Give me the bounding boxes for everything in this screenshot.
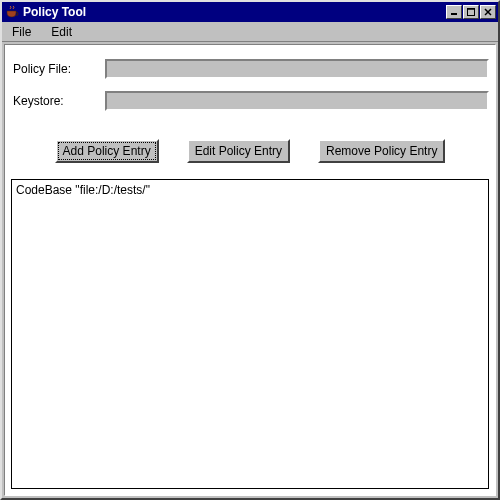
add-policy-entry-button[interactable]: Add Policy Entry: [55, 139, 159, 163]
button-row: Add Policy Entry Edit Policy Entry Remov…: [11, 139, 489, 163]
window-controls: [446, 5, 496, 19]
menu-edit[interactable]: Edit: [45, 23, 78, 41]
close-button[interactable]: [480, 5, 496, 19]
keystore-row: Keystore:: [11, 91, 489, 111]
menubar: File Edit: [2, 22, 498, 42]
keystore-input[interactable]: [105, 91, 489, 111]
policy-file-row: Policy File:: [11, 59, 489, 79]
titlebar: Policy Tool: [2, 2, 498, 22]
minimize-button[interactable]: [446, 5, 462, 19]
policy-tool-window: Policy Tool File Edit Policy File: Keyst…: [0, 0, 500, 500]
remove-policy-entry-button[interactable]: Remove Policy Entry: [318, 139, 445, 163]
keystore-label: Keystore:: [11, 94, 101, 108]
window-title: Policy Tool: [23, 5, 446, 19]
content-area: Policy File: Keystore: Add Policy Entry …: [4, 44, 496, 496]
maximize-button[interactable]: [463, 5, 479, 19]
policy-file-label: Policy File:: [11, 62, 101, 76]
java-cup-icon: [4, 4, 20, 20]
policy-file-input[interactable]: [105, 59, 489, 79]
menu-file[interactable]: File: [6, 23, 37, 41]
policy-entries-list[interactable]: CodeBase "file:/D:/tests/": [11, 179, 489, 489]
edit-policy-entry-button[interactable]: Edit Policy Entry: [187, 139, 290, 163]
list-item[interactable]: CodeBase "file:/D:/tests/": [16, 182, 484, 198]
